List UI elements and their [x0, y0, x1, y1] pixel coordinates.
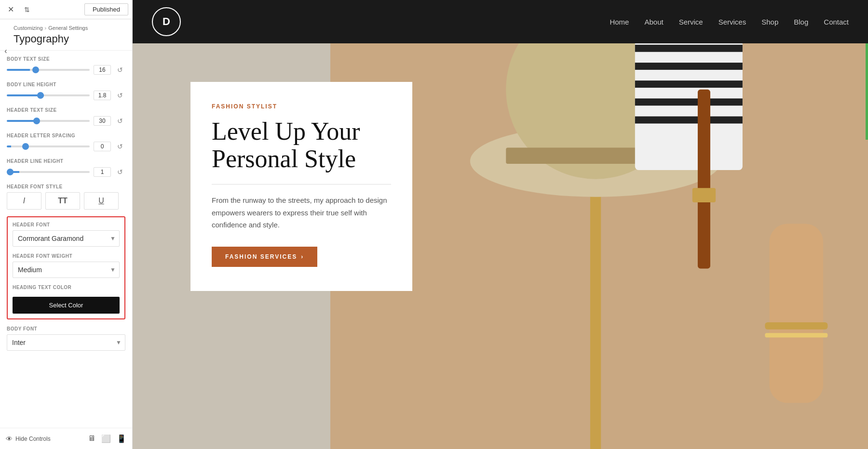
header-font-style-group: HEADER FONT STYLE I TT U	[7, 184, 125, 210]
nav-about[interactable]: About	[644, 18, 663, 26]
nav-service[interactable]: Service	[679, 18, 703, 26]
svg-rect-14	[635, 98, 743, 106]
header-font-select-wrapper: Cormorant Garamond Georgia Times New Rom…	[13, 230, 120, 247]
font-style-row: I TT U	[7, 192, 125, 210]
bottom-icons: 🖥 ⬜ 📱	[88, 434, 126, 443]
header-text-size-slider-row: 30 ↺	[7, 116, 125, 126]
hide-controls-label: Hide Controls	[15, 436, 51, 442]
bottom-bar: 👁 Hide Controls 🖥 ⬜ 📱	[0, 428, 132, 449]
body-line-height-value[interactable]: 1.8	[94, 91, 111, 100]
select-color-button[interactable]: Select Color	[13, 297, 120, 314]
heading-text-color-group: HEADING TEXT COLOR Select Color	[13, 285, 120, 314]
header-line-height-reset[interactable]: ↺	[115, 167, 125, 177]
body-line-height-slider[interactable]	[7, 94, 90, 96]
site-logo: D	[152, 7, 181, 36]
header-text-size-label: HEADER TEXT SIZE	[7, 107, 125, 113]
hero-card: FASHION STYLIST Level Up Your Personal S…	[190, 82, 412, 291]
nav-home[interactable]: Home	[610, 18, 629, 26]
header-line-height-value[interactable]: 1	[94, 167, 111, 177]
header-font-weight-select-wrapper: Light Regular Medium Bold ▼	[13, 262, 120, 278]
header-line-height-slider-row: 1 ↺	[7, 167, 125, 177]
header-font-weight-label: HEADER FONT WEIGHT	[13, 253, 120, 259]
panel-title: Typography	[14, 33, 125, 45]
mobile-view-button[interactable]: 📱	[117, 434, 126, 443]
published-button[interactable]: Published	[84, 3, 128, 15]
body-line-height-slider-row: 1.8 ↺	[7, 90, 125, 101]
card-divider	[212, 184, 391, 185]
svg-rect-8	[635, 43, 743, 170]
body-text-size-reset[interactable]: ↺	[115, 65, 125, 75]
body-font-label: BODY FONT	[7, 326, 125, 331]
svg-rect-12	[635, 63, 743, 70]
nav-services[interactable]: Services	[719, 18, 746, 26]
header-letter-spacing-reset[interactable]: ↺	[115, 141, 125, 152]
swap-button[interactable]: ⇅	[20, 3, 34, 16]
italic-button[interactable]: I	[7, 192, 41, 210]
card-body-text: From the runway to the streets, my appro…	[212, 194, 391, 231]
body-line-height-reset[interactable]: ↺	[115, 90, 125, 101]
svg-rect-13	[635, 80, 743, 88]
eye-icon: 👁	[6, 435, 13, 443]
card-tag: FASHION STYLIST	[212, 103, 391, 110]
header-font-select[interactable]: Cormorant Garamond Georgia Times New Rom…	[13, 230, 120, 247]
body-font-select[interactable]: Inter Arial Roboto Open Sans	[7, 334, 125, 351]
header-line-height-slider[interactable]	[7, 171, 90, 173]
header-letter-spacing-slider[interactable]	[7, 145, 90, 147]
controls-area: BODY TEXT SIZE 16 ↺ BODY LINE HEIGHT 1.8…	[0, 51, 132, 428]
header-letter-spacing-slider-row: 0 ↺	[7, 141, 125, 152]
header-letter-spacing-label: HEADER LETTER SPACING	[7, 133, 125, 138]
header-letter-spacing-group: HEADER LETTER SPACING 0 ↺	[7, 133, 125, 152]
nav-contact[interactable]: Contact	[824, 18, 849, 26]
tablet-view-button[interactable]: ⬜	[101, 434, 111, 443]
site-header: D Home About Service Services Shop Blog …	[133, 0, 868, 43]
site-content: FASHION STYLIST Level Up Your Personal S…	[133, 43, 868, 449]
body-text-size-slider-row: 16 ↺	[7, 65, 125, 75]
card-heading: Level Up Your Personal Style	[212, 118, 391, 172]
header-line-height-label: HEADER LINE HEIGHT	[7, 158, 125, 164]
cta-button[interactable]: FASHION SERVICES ›	[212, 247, 317, 267]
header-font-label: HEADER FONT	[13, 222, 120, 227]
header-line-height-group: HEADER LINE HEIGHT 1 ↺	[7, 158, 125, 177]
left-panel: ✕ ⇅ Published ‹ Customizing › General Se…	[0, 0, 133, 449]
svg-rect-18	[770, 224, 824, 403]
desktop-view-button[interactable]: 🖥	[88, 434, 95, 443]
breadcrumb: Customizing › General Settings	[14, 25, 125, 31]
hide-controls-button[interactable]: 👁 Hide Controls	[6, 435, 51, 443]
header-font-group: HEADER FONT Cormorant Garamond Georgia T…	[13, 222, 120, 247]
cta-label: FASHION SERVICES	[225, 253, 297, 260]
panel-header: ‹ Customizing › General Settings Typogra…	[0, 19, 132, 51]
underline-button[interactable]: U	[84, 192, 119, 210]
body-text-size-value[interactable]: 16	[94, 65, 111, 75]
svg-rect-19	[765, 322, 827, 330]
nav-blog[interactable]: Blog	[794, 18, 808, 26]
scroll-indicator	[866, 43, 868, 140]
body-line-height-label: BODY LINE HEIGHT	[7, 82, 125, 87]
svg-rect-20	[765, 333, 827, 337]
header-text-size-reset[interactable]: ↺	[115, 116, 125, 126]
body-text-size-group: BODY TEXT SIZE 16 ↺	[7, 56, 125, 75]
back-button[interactable]: ‹	[0, 42, 12, 60]
header-letter-spacing-value[interactable]: 0	[94, 142, 111, 151]
heading-line2: Personal Style	[212, 145, 356, 172]
body-font-group: BODY FONT Inter Arial Roboto Open Sans ▼	[7, 326, 125, 351]
breadcrumb-parent: Customizing	[14, 25, 43, 31]
header-text-size-slider[interactable]	[7, 120, 90, 122]
top-bar: ✕ ⇅ Published	[0, 0, 132, 19]
header-text-size-group: HEADER TEXT SIZE 30 ↺	[7, 107, 125, 126]
highlighted-section: HEADER FONT Cormorant Garamond Georgia T…	[7, 216, 125, 319]
heading-text-color-label: HEADING TEXT COLOR	[13, 285, 120, 290]
preview-area: D Home About Service Services Shop Blog …	[133, 0, 868, 449]
breadcrumb-separator: ›	[45, 25, 47, 31]
header-font-weight-group: HEADER FONT WEIGHT Light Regular Medium …	[13, 253, 120, 278]
breadcrumb-child: General Settings	[48, 25, 88, 31]
site-nav: Home About Service Services Shop Blog Co…	[610, 18, 849, 26]
header-text-size-value[interactable]: 30	[94, 116, 111, 126]
body-text-size-label: BODY TEXT SIZE	[7, 56, 125, 62]
close-button[interactable]: ✕	[4, 3, 17, 16]
body-font-select-wrapper: Inter Arial Roboto Open Sans ▼	[7, 334, 125, 351]
body-text-size-slider[interactable]	[7, 69, 90, 71]
bold-button[interactable]: TT	[45, 192, 80, 210]
header-font-weight-select[interactable]: Light Regular Medium Bold	[13, 262, 120, 278]
svg-rect-17	[692, 188, 716, 202]
nav-shop[interactable]: Shop	[761, 18, 778, 26]
